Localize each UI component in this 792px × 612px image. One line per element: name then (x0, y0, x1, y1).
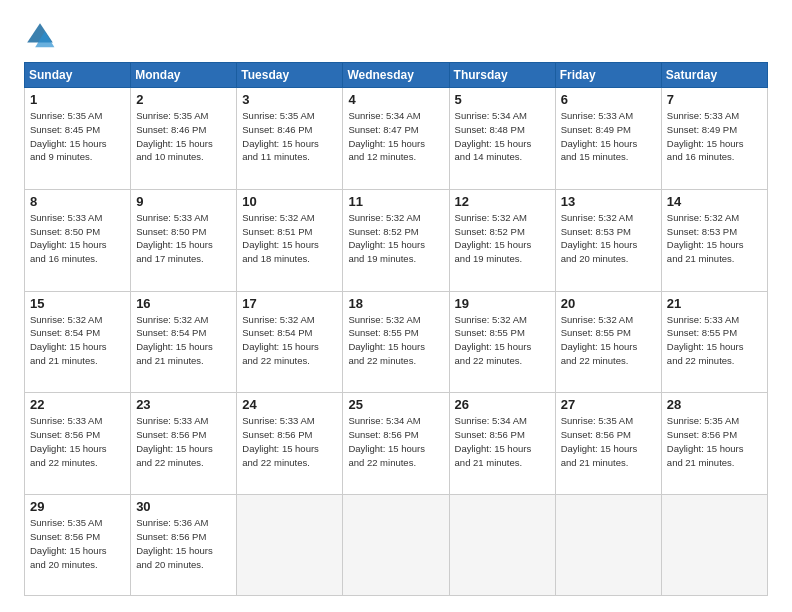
calendar-cell: 27Sunrise: 5:35 AM Sunset: 8:56 PM Dayli… (555, 393, 661, 495)
day-number: 12 (455, 194, 550, 209)
day-info: Sunrise: 5:33 AM Sunset: 8:56 PM Dayligh… (136, 414, 231, 469)
day-number: 24 (242, 397, 337, 412)
calendar-cell: 26Sunrise: 5:34 AM Sunset: 8:56 PM Dayli… (449, 393, 555, 495)
day-number: 2 (136, 92, 231, 107)
day-info: Sunrise: 5:34 AM Sunset: 8:47 PM Dayligh… (348, 109, 443, 164)
calendar-week-row: 1Sunrise: 5:35 AM Sunset: 8:45 PM Daylig… (25, 88, 768, 190)
day-info: Sunrise: 5:35 AM Sunset: 8:56 PM Dayligh… (30, 516, 125, 571)
day-number: 4 (348, 92, 443, 107)
day-number: 7 (667, 92, 762, 107)
day-info: Sunrise: 5:32 AM Sunset: 8:52 PM Dayligh… (455, 211, 550, 266)
calendar-week-row: 29Sunrise: 5:35 AM Sunset: 8:56 PM Dayli… (25, 495, 768, 596)
calendar-cell (555, 495, 661, 596)
day-info: Sunrise: 5:34 AM Sunset: 8:56 PM Dayligh… (455, 414, 550, 469)
day-info: Sunrise: 5:36 AM Sunset: 8:56 PM Dayligh… (136, 516, 231, 571)
day-info: Sunrise: 5:32 AM Sunset: 8:54 PM Dayligh… (242, 313, 337, 368)
calendar-cell: 23Sunrise: 5:33 AM Sunset: 8:56 PM Dayli… (131, 393, 237, 495)
day-number: 18 (348, 296, 443, 311)
day-info: Sunrise: 5:33 AM Sunset: 8:56 PM Dayligh… (242, 414, 337, 469)
page: SundayMondayTuesdayWednesdayThursdayFrid… (0, 0, 792, 612)
calendar-cell (237, 495, 343, 596)
logo-icon (24, 20, 56, 52)
calendar-cell: 4Sunrise: 5:34 AM Sunset: 8:47 PM Daylig… (343, 88, 449, 190)
day-number: 27 (561, 397, 656, 412)
day-number: 29 (30, 499, 125, 514)
day-info: Sunrise: 5:32 AM Sunset: 8:55 PM Dayligh… (561, 313, 656, 368)
day-info: Sunrise: 5:33 AM Sunset: 8:50 PM Dayligh… (136, 211, 231, 266)
day-info: Sunrise: 5:33 AM Sunset: 8:56 PM Dayligh… (30, 414, 125, 469)
day-number: 14 (667, 194, 762, 209)
calendar-cell: 9Sunrise: 5:33 AM Sunset: 8:50 PM Daylig… (131, 189, 237, 291)
day-number: 15 (30, 296, 125, 311)
calendar-cell: 7Sunrise: 5:33 AM Sunset: 8:49 PM Daylig… (661, 88, 767, 190)
day-number: 11 (348, 194, 443, 209)
day-number: 25 (348, 397, 443, 412)
calendar-cell: 10Sunrise: 5:32 AM Sunset: 8:51 PM Dayli… (237, 189, 343, 291)
day-info: Sunrise: 5:32 AM Sunset: 8:53 PM Dayligh… (667, 211, 762, 266)
calendar-cell: 12Sunrise: 5:32 AM Sunset: 8:52 PM Dayli… (449, 189, 555, 291)
day-info: Sunrise: 5:32 AM Sunset: 8:51 PM Dayligh… (242, 211, 337, 266)
day-info: Sunrise: 5:33 AM Sunset: 8:49 PM Dayligh… (667, 109, 762, 164)
calendar-cell: 25Sunrise: 5:34 AM Sunset: 8:56 PM Dayli… (343, 393, 449, 495)
calendar-cell: 1Sunrise: 5:35 AM Sunset: 8:45 PM Daylig… (25, 88, 131, 190)
day-number: 10 (242, 194, 337, 209)
calendar-cell: 29Sunrise: 5:35 AM Sunset: 8:56 PM Dayli… (25, 495, 131, 596)
day-number: 21 (667, 296, 762, 311)
calendar-cell: 6Sunrise: 5:33 AM Sunset: 8:49 PM Daylig… (555, 88, 661, 190)
day-number: 22 (30, 397, 125, 412)
weekday-header-sunday: Sunday (25, 63, 131, 88)
calendar-cell: 2Sunrise: 5:35 AM Sunset: 8:46 PM Daylig… (131, 88, 237, 190)
day-info: Sunrise: 5:35 AM Sunset: 8:46 PM Dayligh… (242, 109, 337, 164)
day-info: Sunrise: 5:35 AM Sunset: 8:56 PM Dayligh… (561, 414, 656, 469)
calendar-cell: 17Sunrise: 5:32 AM Sunset: 8:54 PM Dayli… (237, 291, 343, 393)
calendar-cell: 24Sunrise: 5:33 AM Sunset: 8:56 PM Dayli… (237, 393, 343, 495)
day-info: Sunrise: 5:32 AM Sunset: 8:55 PM Dayligh… (455, 313, 550, 368)
day-number: 30 (136, 499, 231, 514)
logo (24, 20, 60, 52)
day-info: Sunrise: 5:35 AM Sunset: 8:45 PM Dayligh… (30, 109, 125, 164)
weekday-header-tuesday: Tuesday (237, 63, 343, 88)
day-number: 17 (242, 296, 337, 311)
calendar-week-row: 15Sunrise: 5:32 AM Sunset: 8:54 PM Dayli… (25, 291, 768, 393)
weekday-header-row: SundayMondayTuesdayWednesdayThursdayFrid… (25, 63, 768, 88)
day-number: 3 (242, 92, 337, 107)
calendar-cell: 3Sunrise: 5:35 AM Sunset: 8:46 PM Daylig… (237, 88, 343, 190)
calendar-cell (449, 495, 555, 596)
calendar-cell: 11Sunrise: 5:32 AM Sunset: 8:52 PM Dayli… (343, 189, 449, 291)
day-number: 1 (30, 92, 125, 107)
calendar-cell (343, 495, 449, 596)
day-info: Sunrise: 5:35 AM Sunset: 8:46 PM Dayligh… (136, 109, 231, 164)
day-info: Sunrise: 5:35 AM Sunset: 8:56 PM Dayligh… (667, 414, 762, 469)
day-info: Sunrise: 5:34 AM Sunset: 8:56 PM Dayligh… (348, 414, 443, 469)
calendar-week-row: 8Sunrise: 5:33 AM Sunset: 8:50 PM Daylig… (25, 189, 768, 291)
calendar-cell: 21Sunrise: 5:33 AM Sunset: 8:55 PM Dayli… (661, 291, 767, 393)
calendar-cell: 22Sunrise: 5:33 AM Sunset: 8:56 PM Dayli… (25, 393, 131, 495)
day-number: 16 (136, 296, 231, 311)
calendar-week-row: 22Sunrise: 5:33 AM Sunset: 8:56 PM Dayli… (25, 393, 768, 495)
calendar-cell: 30Sunrise: 5:36 AM Sunset: 8:56 PM Dayli… (131, 495, 237, 596)
calendar-cell: 13Sunrise: 5:32 AM Sunset: 8:53 PM Dayli… (555, 189, 661, 291)
day-info: Sunrise: 5:32 AM Sunset: 8:55 PM Dayligh… (348, 313, 443, 368)
calendar-cell: 16Sunrise: 5:32 AM Sunset: 8:54 PM Dayli… (131, 291, 237, 393)
weekday-header-friday: Friday (555, 63, 661, 88)
calendar-cell: 28Sunrise: 5:35 AM Sunset: 8:56 PM Dayli… (661, 393, 767, 495)
day-number: 20 (561, 296, 656, 311)
day-info: Sunrise: 5:32 AM Sunset: 8:54 PM Dayligh… (136, 313, 231, 368)
day-number: 5 (455, 92, 550, 107)
calendar-cell: 14Sunrise: 5:32 AM Sunset: 8:53 PM Dayli… (661, 189, 767, 291)
calendar-cell (661, 495, 767, 596)
calendar-cell: 8Sunrise: 5:33 AM Sunset: 8:50 PM Daylig… (25, 189, 131, 291)
calendar-table: SundayMondayTuesdayWednesdayThursdayFrid… (24, 62, 768, 596)
weekday-header-monday: Monday (131, 63, 237, 88)
day-info: Sunrise: 5:33 AM Sunset: 8:55 PM Dayligh… (667, 313, 762, 368)
day-number: 23 (136, 397, 231, 412)
day-number: 13 (561, 194, 656, 209)
day-number: 19 (455, 296, 550, 311)
weekday-header-wednesday: Wednesday (343, 63, 449, 88)
calendar-cell: 20Sunrise: 5:32 AM Sunset: 8:55 PM Dayli… (555, 291, 661, 393)
day-info: Sunrise: 5:33 AM Sunset: 8:49 PM Dayligh… (561, 109, 656, 164)
weekday-header-saturday: Saturday (661, 63, 767, 88)
calendar-cell: 18Sunrise: 5:32 AM Sunset: 8:55 PM Dayli… (343, 291, 449, 393)
day-number: 28 (667, 397, 762, 412)
day-info: Sunrise: 5:32 AM Sunset: 8:53 PM Dayligh… (561, 211, 656, 266)
